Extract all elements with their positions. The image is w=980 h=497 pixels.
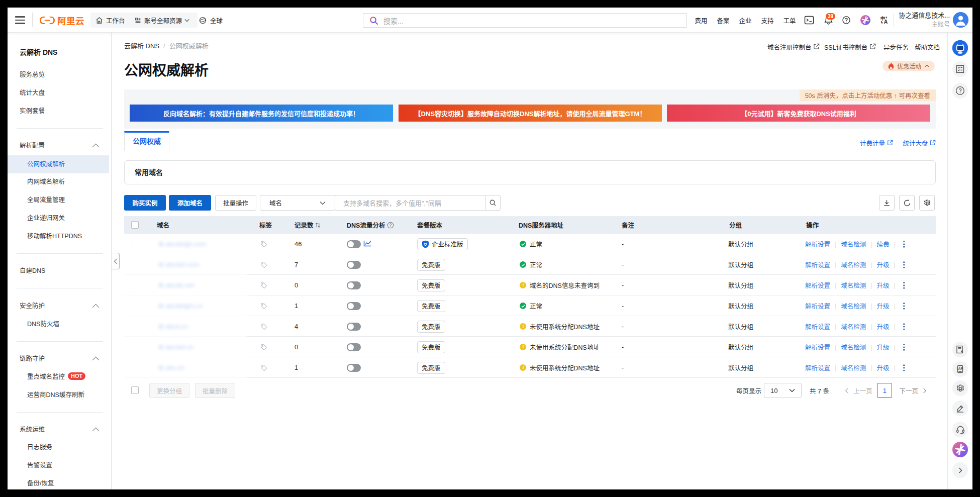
svg-text:AP: AP xyxy=(958,367,963,370)
